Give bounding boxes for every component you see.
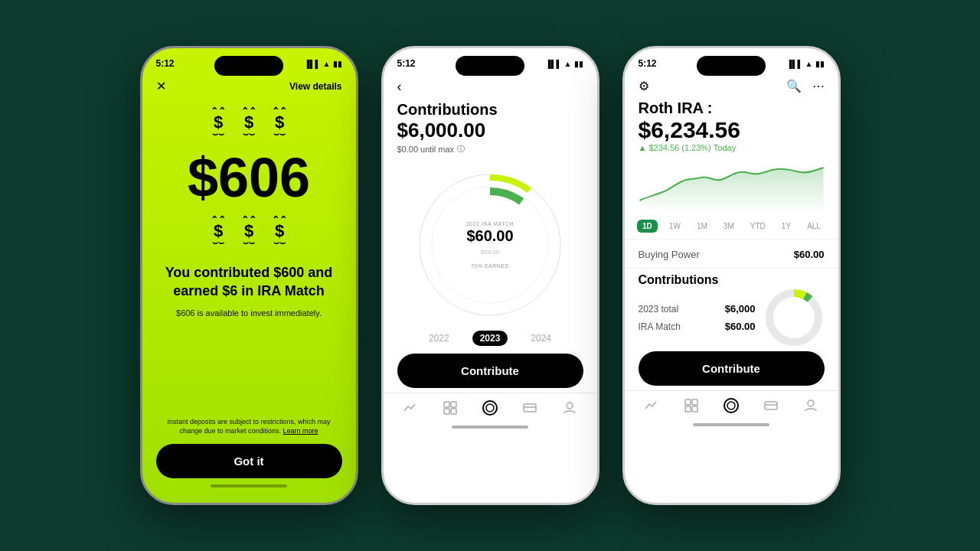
donut-chart-container: $60.00 2022 IRA MATCH $60.00 70% EARNED — [384, 162, 597, 324]
time-1m[interactable]: 1M — [692, 220, 712, 233]
settings-icon[interactable]: ⚙ — [639, 79, 649, 93]
close-button[interactable]: ✕ — [156, 79, 166, 93]
battery-icon-3: ▮▮ — [815, 60, 825, 68]
buying-power-row: Buying Power $60.00 — [639, 244, 825, 265]
deco-dollar-grid: ⌃⌃ $ ⌣⌣ ⌃⌃ $ ⌣⌣ ⌃⌃ $ ⌣⌣ — [142, 106, 356, 139]
roth-ira-amount: $6,234.56 — [639, 117, 825, 143]
nav-chart-icon-3[interactable] — [644, 398, 659, 413]
svg-point-14 — [486, 404, 494, 412]
wifi-icon-3: ▲ — [805, 60, 813, 68]
screen-1: ✕ View details ⌃⌃ $ ⌣⌣ ⌃⌃ $ ⌣⌣ ⌃⌃ $ — [142, 76, 356, 503]
nav-grid-icon[interactable] — [443, 400, 458, 416]
dynamic-island-2 — [456, 56, 524, 76]
status-icons-3: ▐▌▌ ▲ ▮▮ — [786, 60, 824, 68]
nav-grid-icon-3[interactable] — [684, 398, 699, 413]
ira-match-row: IRA Match $60.00 — [639, 321, 756, 332]
year-selector: 2022 2023 2024 — [384, 324, 597, 354]
svg-rect-22 — [685, 399, 691, 405]
svg-point-30 — [808, 400, 814, 406]
svg-rect-11 — [444, 409, 449, 414]
status-icons-2: ▐▌▌ ▲ ▮▮ — [545, 60, 583, 68]
svg-text:2022 IRA MATCH: 2022 IRA MATCH — [466, 221, 514, 227]
time-1y[interactable]: 1Y — [777, 220, 795, 233]
contribute-button-3[interactable]: Contribute — [639, 351, 825, 386]
nav-circle-icon-3-active[interactable] — [723, 397, 740, 414]
nav-person-icon[interactable] — [562, 400, 577, 416]
time-range-selector: 1D 1W 1M 3M YTD 1Y ALL — [625, 217, 838, 239]
contribute-button-2[interactable]: Contribute — [397, 354, 583, 388]
contributions-items: 2023 total $6,000 IRA Match $60.00 — [639, 303, 756, 332]
svg-rect-9 — [444, 402, 449, 407]
phone3-title-section: Roth IRA : $6,234.56 ▲ $234.56 (1.23%) T… — [625, 98, 838, 155]
svg-text:70% EARNED: 70% EARNED — [471, 263, 509, 269]
nav-person-icon-3[interactable] — [803, 398, 818, 413]
time-1w[interactable]: 1W — [665, 220, 685, 233]
battery-icon-2: ▮▮ — [574, 60, 583, 68]
svg-point-27 — [727, 402, 735, 409]
deco-dollar-4: ⌃⌃ $ ⌣⌣ — [211, 214, 226, 248]
svg-text:$60.00: $60.00 — [466, 227, 513, 244]
svg-rect-25 — [692, 406, 697, 412]
header-right-icons: 🔍 ⋯ — [786, 79, 825, 93]
learn-more-link[interactable]: Learn more — [283, 427, 318, 435]
phone-3: 5:12 ▐▌▌ ▲ ▮▮ ⚙ 🔍 ⋯ Roth IRA : $6,234.56… — [622, 46, 841, 505]
contributions-amount: $6,000.00 — [397, 119, 583, 142]
phone2-title-section: Contributions $6,000.00 $0.00 until max … — [384, 101, 597, 162]
deco-dollar-grid-bottom: ⌃⌃ $ ⌣⌣ ⌃⌃ $ ⌣⌣ ⌃⌃ $ ⌣⌣ — [142, 214, 356, 248]
bottom-nav-3 — [625, 390, 838, 417]
roth-ira-change: ▲ $234.56 (1.23%) Today — [639, 143, 825, 152]
svg-point-21 — [777, 301, 811, 334]
description-main: You contributed $600 and earned $6 in IR… — [161, 263, 338, 301]
sparkline-svg — [639, 158, 825, 212]
year-2024[interactable]: 2024 — [531, 333, 551, 344]
time-3m[interactable]: 3M — [719, 220, 739, 233]
description-sub: $606 is available to invest immediately. — [161, 308, 338, 318]
svg-point-13 — [483, 401, 497, 415]
time-1d[interactable]: 1D — [637, 220, 658, 233]
year-2022[interactable]: 2022 — [429, 333, 449, 344]
signal-icon: ▐▌▌ — [304, 60, 320, 68]
dynamic-island-3 — [697, 56, 766, 76]
contributions-data: 2023 total $6,000 IRA Match $60.00 — [639, 287, 825, 348]
total-2023-value: $6,000 — [725, 303, 756, 315]
contributions-section: Contributions 2023 total $6,000 IRA Matc… — [625, 269, 838, 351]
view-details-link[interactable]: View details — [289, 81, 341, 92]
svg-rect-10 — [451, 402, 456, 407]
svg-rect-15 — [524, 404, 536, 412]
wifi-icon: ▲ — [323, 60, 331, 68]
time-3: 5:12 — [639, 58, 657, 69]
battery-icon: ▮▮ — [333, 60, 342, 68]
chat-icon[interactable]: ⋯ — [812, 79, 825, 93]
info-icon[interactable]: ⓘ — [457, 144, 465, 155]
screen-3: ⚙ 🔍 ⋯ Roth IRA : $6,234.56 ▲ $234.56 (1.… — [625, 76, 838, 503]
phone3-header: ⚙ 🔍 ⋯ — [625, 76, 838, 98]
small-donut-svg — [763, 287, 825, 348]
signal-icon-3: ▐▌▌ — [786, 60, 802, 68]
svg-point-17 — [567, 403, 573, 409]
nav-circle-icon-active[interactable] — [482, 399, 498, 416]
nav-card-icon[interactable] — [522, 400, 537, 416]
back-button[interactable]: ‹ — [397, 79, 402, 95]
contributions-section-title: Contributions — [639, 273, 719, 287]
deco-dollar-1: ⌃⌃ $ ⌣⌣ — [211, 106, 226, 139]
phone-1: 5:12 ▐▌▌ ▲ ▮▮ ✕ View details ⌃⌃ $ ⌣⌣ ⌃⌃ … — [140, 46, 358, 505]
got-it-button[interactable]: Got it — [156, 444, 342, 478]
svg-rect-23 — [692, 399, 697, 405]
max-label: $0.00 until max ⓘ — [397, 144, 583, 155]
wifi-icon-2: ▲ — [564, 60, 572, 68]
nav-chart-icon[interactable] — [403, 400, 418, 416]
amount-section: $606 — [142, 142, 356, 208]
nav-card-icon-3[interactable] — [763, 398, 779, 413]
disclaimer-text: Instant deposits are subject to restrict… — [156, 417, 342, 436]
year-2023-active[interactable]: 2023 — [472, 331, 508, 346]
buying-power-label: Buying Power — [639, 249, 700, 260]
stats-section: Buying Power $60.00 — [625, 239, 838, 268]
time-ytd[interactable]: YTD — [746, 220, 770, 233]
total-2023-row: 2023 total $6,000 — [639, 303, 756, 315]
search-icon[interactable]: 🔍 — [786, 79, 802, 93]
home-indicator-2 — [452, 425, 528, 429]
svg-rect-12 — [451, 409, 456, 414]
deco-row-bottom: ⌃⌃ $ ⌣⌣ ⌃⌃ $ ⌣⌣ ⌃⌃ $ ⌣⌣ — [211, 214, 287, 248]
svg-rect-28 — [765, 402, 777, 409]
time-all[interactable]: ALL — [802, 220, 825, 233]
